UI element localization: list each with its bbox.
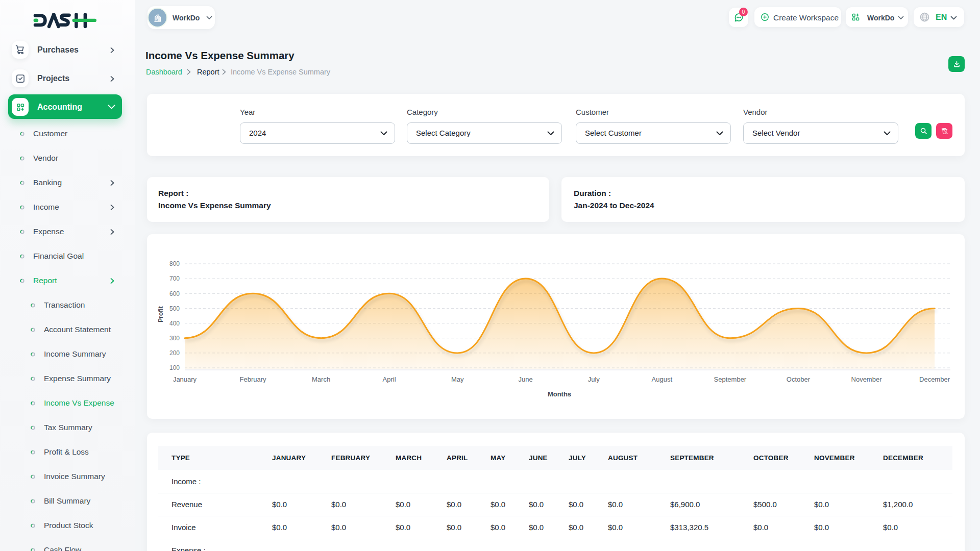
svg-text:500: 500	[169, 305, 180, 312]
svg-text:August: August	[652, 375, 673, 383]
svg-text:September: September	[714, 375, 747, 383]
svg-text:400: 400	[169, 320, 180, 327]
svg-text:Profit: Profit	[157, 306, 164, 322]
svg-text:February: February	[239, 375, 266, 383]
svg-text:December: December	[919, 375, 950, 383]
svg-text:October: October	[787, 375, 811, 383]
svg-text:600: 600	[169, 290, 180, 297]
svg-text:800: 800	[169, 260, 180, 267]
svg-text:100: 100	[169, 364, 180, 371]
svg-text:April: April	[383, 375, 396, 383]
svg-text:January: January	[173, 375, 197, 383]
svg-text:June: June	[519, 375, 533, 383]
svg-text:700: 700	[169, 275, 180, 282]
svg-text:July: July	[588, 375, 600, 383]
svg-text:200: 200	[169, 349, 180, 357]
svg-text:300: 300	[169, 335, 180, 342]
svg-text:November: November	[851, 375, 883, 383]
svg-text:March: March	[312, 375, 330, 383]
svg-text:Months: Months	[548, 390, 571, 398]
svg-text:May: May	[451, 375, 464, 383]
